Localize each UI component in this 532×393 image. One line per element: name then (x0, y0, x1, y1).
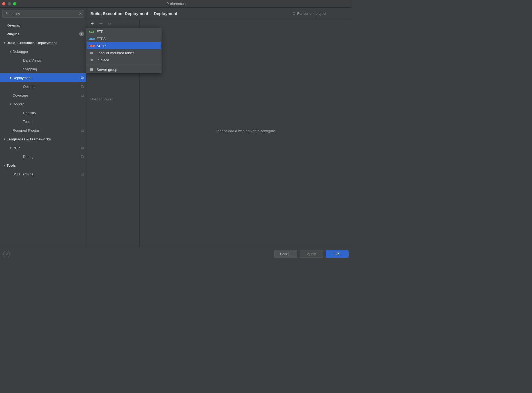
project-level-icon (80, 146, 84, 150)
folder-icon (89, 51, 94, 55)
settings-tree[interactable]: KeymapPlugins1▼Build, Execution, Deploym… (0, 20, 86, 247)
svg-rect-19 (90, 69, 93, 70)
project-level-icon (80, 85, 84, 88)
sidebar-item-label: PHP (13, 146, 80, 150)
svg-rect-7 (81, 94, 83, 96)
svg-rect-14 (82, 174, 83, 175)
sftp-icon: SFTP (89, 45, 94, 47)
svg-point-0 (5, 12, 7, 14)
popup-item-label: In place (97, 58, 109, 62)
dialog-footer: ? Cancel Apply OK (0, 247, 352, 260)
popup-item[interactable]: In place (87, 56, 161, 63)
remove-server-button[interactable]: − (99, 21, 103, 26)
svg-rect-15 (81, 173, 83, 175)
svg-rect-3 (81, 77, 83, 79)
sidebar-item[interactable]: Data Views (0, 56, 86, 65)
sidebar-item[interactable]: Plugins1 (0, 30, 86, 38)
titlebar: Preferences (0, 0, 352, 8)
expand-arrow-icon: ▼ (3, 164, 7, 167)
popup-item[interactable]: FTPFTP (87, 28, 161, 35)
sidebar-item[interactable]: Keymap (0, 21, 86, 30)
expand-arrow-icon: ▼ (9, 146, 13, 149)
svg-rect-10 (82, 147, 83, 149)
breadcrumb-parent[interactable]: Build, Execution, Deployment (90, 11, 148, 16)
sidebar-item[interactable]: Required Plugins (0, 126, 86, 135)
clear-search-icon[interactable]: ✕ (79, 11, 82, 16)
breadcrumb: Build, Execution, Deployment › Deploymen… (90, 11, 177, 16)
scope-indicator: For current project (292, 11, 326, 16)
sidebar-item[interactable]: ▼PHP (0, 143, 86, 152)
sidebar-item[interactable]: Coverage (0, 91, 86, 100)
sidebar-item-label: Plugins (7, 32, 79, 36)
project-level-icon (80, 172, 84, 176)
sidebar-item[interactable]: Tools (0, 117, 86, 126)
home-icon (89, 58, 94, 62)
server-toolbar: + − (86, 19, 139, 28)
sidebar-item-label: Debug (23, 155, 80, 159)
sidebar-item[interactable]: Registry (0, 108, 86, 117)
sidebar-item[interactable]: ▼Build, Execution, Deployment (0, 38, 86, 47)
sidebar-item-label: SSH Terminal (13, 172, 80, 176)
add-server-button[interactable]: + (90, 21, 95, 26)
apply-button[interactable]: Apply (300, 250, 323, 258)
popup-item[interactable]: FTPSFTPS (87, 35, 161, 42)
cancel-button[interactable]: Cancel (274, 250, 297, 258)
help-button[interactable]: ? (3, 251, 10, 257)
sidebar-item[interactable]: ▼Tools (0, 161, 86, 170)
sidebar-item[interactable]: ▼Debugger (0, 47, 86, 56)
sidebar-item-label: Required Plugins (13, 128, 80, 132)
settings-search[interactable]: ✕ (2, 10, 84, 18)
settings-sidebar: ✕ KeymapPlugins1▼Build, Execution, Deplo… (0, 8, 86, 247)
popup-item-label: Local or mounted folder (97, 51, 134, 55)
breadcrumb-row: Build, Execution, Deployment › Deploymen… (86, 8, 352, 19)
window-close-button[interactable] (2, 2, 5, 5)
popup-item-label: Server group (97, 68, 117, 72)
sidebar-item[interactable]: ▼Languages & Frameworks (0, 135, 86, 143)
popup-item-label: FTP (97, 30, 103, 34)
sidebar-item[interactable]: Options (0, 82, 86, 91)
ok-button[interactable]: OK (326, 250, 349, 258)
svg-rect-9 (81, 129, 83, 131)
sidebar-item-label: Stepping (23, 67, 84, 71)
svg-rect-18 (90, 68, 93, 69)
update-count-badge: 1 (79, 31, 84, 36)
ftp-icon: FTP (89, 31, 94, 33)
svg-rect-11 (81, 147, 83, 149)
svg-line-1 (7, 14, 7, 15)
sidebar-item[interactable]: ▼Docker (0, 100, 86, 108)
empty-state-message: Please add a web server to configure (216, 129, 275, 133)
sidebar-item[interactable]: Debug (0, 152, 86, 161)
sidebar-item-label: Data Views (23, 58, 84, 62)
sidebar-item-label: Build, Execution, Deployment (7, 41, 84, 45)
add-server-popup: FTPFTPFTPSFTPSSFTPSFTPLocal or mounted f… (86, 28, 161, 73)
project-level-icon (80, 155, 84, 158)
sidebar-item-label: Tools (7, 163, 84, 167)
svg-rect-20 (90, 70, 93, 71)
popup-item[interactable]: SFTPSFTP (87, 42, 161, 49)
popup-item[interactable]: Local or mounted folder (87, 49, 161, 56)
window-zoom-button[interactable] (13, 2, 16, 5)
sidebar-item[interactable]: Stepping (0, 65, 86, 73)
settings-search-input[interactable] (10, 12, 77, 16)
svg-rect-8 (82, 130, 83, 132)
ftps-icon: FTPS (89, 38, 94, 40)
sidebar-item[interactable]: SSH Terminal (0, 170, 86, 178)
svg-rect-5 (81, 85, 83, 87)
popup-item-label: FTPS (97, 37, 106, 41)
sidebar-item-label: Languages & Frameworks (7, 137, 84, 141)
svg-rect-6 (82, 95, 83, 97)
content-body: + − FTPFTPFTPSFTPSSFTPSFTPLocal or mount… (86, 19, 352, 247)
window-minimize-button[interactable] (8, 2, 11, 5)
popup-separator (87, 65, 161, 65)
server-list-pane: + − FTPFTPFTPSFTPSSFTPSFTPLocal or mount… (86, 19, 140, 247)
settings-content: Build, Execution, Deployment › Deploymen… (86, 8, 352, 247)
sidebar-item[interactable]: ▼Deployment (0, 73, 86, 82)
project-level-icon (80, 129, 84, 132)
svg-rect-12 (82, 156, 83, 158)
server-group-icon (89, 68, 94, 71)
expand-arrow-icon: ▼ (9, 103, 13, 106)
popup-item-server-group[interactable]: Server group (87, 66, 161, 73)
expand-arrow-icon: ▼ (3, 41, 7, 44)
set-default-button[interactable] (107, 21, 112, 26)
sidebar-item-label: Options (23, 85, 80, 89)
